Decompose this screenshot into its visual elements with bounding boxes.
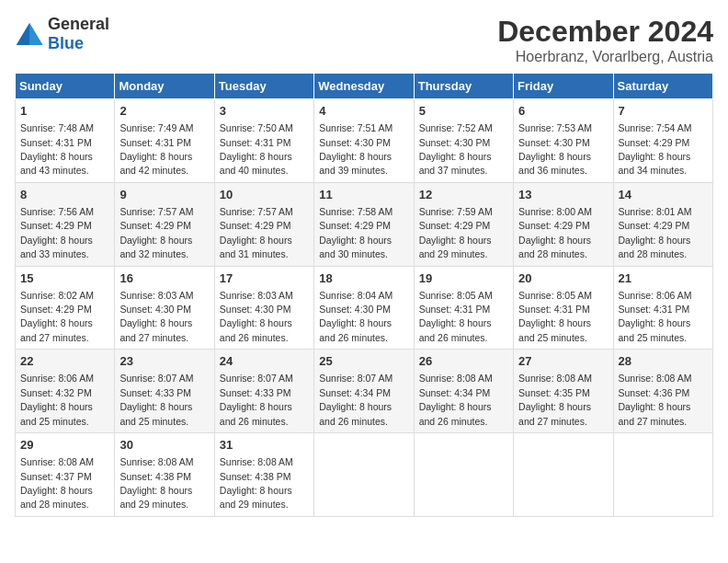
- calendar-day-header: Saturday: [613, 74, 712, 99]
- day-number: 17: [220, 270, 309, 287]
- calendar-cell: 21Sunrise: 8:06 AMSunset: 4:31 PMDayligh…: [613, 266, 712, 350]
- logo-blue-text: Blue: [48, 34, 84, 52]
- day-number: 4: [319, 103, 408, 120]
- calendar-week-row: 1Sunrise: 7:48 AMSunset: 4:31 PMDaylight…: [16, 99, 713, 183]
- day-detail: Sunrise: 8:07 AMSunset: 4:33 PMDaylight:…: [119, 373, 193, 426]
- calendar-cell: 1Sunrise: 7:48 AMSunset: 4:31 PMDaylight…: [16, 99, 115, 183]
- logo-icon: [15, 21, 44, 47]
- calendar-cell: 25Sunrise: 8:07 AMSunset: 4:34 PMDayligh…: [314, 350, 414, 433]
- calendar-cell: 11Sunrise: 7:58 AMSunset: 4:29 PMDayligh…: [314, 182, 414, 266]
- calendar-cell: 2Sunrise: 7:49 AMSunset: 4:31 PMDaylight…: [115, 99, 214, 183]
- day-detail: Sunrise: 8:07 AMSunset: 4:33 PMDaylight:…: [220, 373, 293, 426]
- calendar-cell: [613, 433, 712, 517]
- day-detail: Sunrise: 7:50 AMSunset: 4:31 PMDaylight:…: [220, 122, 293, 176]
- calendar-day-header: Tuesday: [214, 74, 313, 99]
- calendar-cell: [514, 433, 613, 517]
- day-detail: Sunrise: 8:08 AMSunset: 4:35 PMDaylight:…: [518, 373, 592, 426]
- day-detail: Sunrise: 8:07 AMSunset: 4:34 PMDaylight:…: [319, 373, 392, 426]
- calendar-cell: 27Sunrise: 8:08 AMSunset: 4:35 PMDayligh…: [514, 350, 613, 433]
- day-detail: Sunrise: 7:57 AMSunset: 4:29 PMDaylight:…: [119, 206, 193, 259]
- day-number: 16: [119, 270, 209, 287]
- day-number: 9: [119, 187, 209, 203]
- day-number: 12: [419, 187, 508, 203]
- day-detail: Sunrise: 8:08 AMSunset: 4:34 PMDaylight:…: [419, 373, 493, 426]
- calendar-cell: 16Sunrise: 8:03 AMSunset: 4:30 PMDayligh…: [115, 266, 214, 350]
- calendar-cell: 5Sunrise: 7:52 AMSunset: 4:30 PMDaylight…: [414, 99, 513, 183]
- calendar-cell: 18Sunrise: 8:04 AMSunset: 4:30 PMDayligh…: [314, 266, 414, 350]
- calendar-week-row: 8Sunrise: 7:56 AMSunset: 4:29 PMDaylight…: [16, 182, 713, 266]
- day-number: 5: [419, 103, 508, 120]
- calendar-cell: 17Sunrise: 8:03 AMSunset: 4:30 PMDayligh…: [214, 266, 313, 350]
- day-detail: Sunrise: 7:56 AMSunset: 4:29 PMDaylight:…: [20, 206, 94, 259]
- day-detail: Sunrise: 8:01 AMSunset: 4:29 PMDaylight:…: [619, 206, 692, 259]
- calendar-day-header: Sunday: [16, 74, 115, 99]
- day-detail: Sunrise: 7:53 AMSunset: 4:30 PMDaylight:…: [518, 122, 592, 176]
- calendar-cell: 3Sunrise: 7:50 AMSunset: 4:31 PMDaylight…: [214, 99, 313, 183]
- day-detail: Sunrise: 8:03 AMSunset: 4:30 PMDaylight:…: [119, 290, 193, 343]
- day-detail: Sunrise: 7:52 AMSunset: 4:30 PMDaylight:…: [419, 122, 493, 176]
- day-number: 25: [319, 353, 408, 370]
- day-number: 21: [619, 270, 708, 287]
- day-number: 11: [319, 187, 408, 203]
- calendar-cell: 26Sunrise: 8:08 AMSunset: 4:34 PMDayligh…: [414, 350, 513, 433]
- day-detail: Sunrise: 8:06 AMSunset: 4:32 PMDaylight:…: [20, 373, 94, 426]
- day-detail: Sunrise: 7:59 AMSunset: 4:29 PMDaylight:…: [419, 206, 493, 259]
- calendar-cell: 13Sunrise: 8:00 AMSunset: 4:29 PMDayligh…: [514, 182, 613, 266]
- calendar-cell: 23Sunrise: 8:07 AMSunset: 4:33 PMDayligh…: [115, 350, 214, 433]
- calendar-cell: 7Sunrise: 7:54 AMSunset: 4:29 PMDaylight…: [613, 99, 712, 183]
- day-detail: Sunrise: 8:05 AMSunset: 4:31 PMDaylight:…: [419, 290, 493, 343]
- day-number: 7: [619, 103, 708, 120]
- day-number: 13: [518, 187, 608, 203]
- day-number: 31: [220, 437, 309, 454]
- calendar-cell: 20Sunrise: 8:05 AMSunset: 4:31 PMDayligh…: [514, 266, 613, 350]
- day-number: 8: [20, 187, 109, 203]
- day-number: 22: [20, 353, 109, 370]
- calendar-cell: 31Sunrise: 8:08 AMSunset: 4:38 PMDayligh…: [214, 433, 313, 517]
- day-number: 20: [518, 270, 608, 287]
- day-detail: Sunrise: 8:02 AMSunset: 4:29 PMDaylight:…: [20, 290, 94, 343]
- logo-general-text: General: [48, 15, 109, 33]
- page-header: General Blue December 2024 Hoerbranz, Vo…: [15, 15, 713, 65]
- calendar-cell: [314, 433, 414, 517]
- day-number: 23: [119, 353, 209, 370]
- day-number: 28: [619, 353, 708, 370]
- day-detail: Sunrise: 7:51 AMSunset: 4:30 PMDaylight:…: [319, 122, 392, 176]
- day-detail: Sunrise: 7:49 AMSunset: 4:31 PMDaylight:…: [119, 122, 193, 176]
- day-number: 19: [419, 270, 508, 287]
- calendar-cell: 29Sunrise: 8:08 AMSunset: 4:37 PMDayligh…: [16, 433, 115, 517]
- day-number: 6: [518, 103, 608, 120]
- day-number: 29: [20, 437, 109, 454]
- day-number: 18: [319, 270, 408, 287]
- day-detail: Sunrise: 8:08 AMSunset: 4:38 PMDaylight:…: [119, 456, 193, 510]
- calendar-header-row: SundayMondayTuesdayWednesdayThursdayFrid…: [16, 74, 713, 99]
- day-detail: Sunrise: 7:54 AMSunset: 4:29 PMDaylight:…: [619, 122, 692, 176]
- calendar-cell: 28Sunrise: 8:08 AMSunset: 4:36 PMDayligh…: [613, 350, 712, 433]
- day-detail: Sunrise: 8:03 AMSunset: 4:30 PMDaylight:…: [220, 290, 293, 343]
- calendar-cell: 22Sunrise: 8:06 AMSunset: 4:32 PMDayligh…: [16, 350, 115, 433]
- calendar-cell: 30Sunrise: 8:08 AMSunset: 4:38 PMDayligh…: [115, 433, 214, 517]
- calendar-cell: 19Sunrise: 8:05 AMSunset: 4:31 PMDayligh…: [414, 266, 513, 350]
- calendar-cell: 14Sunrise: 8:01 AMSunset: 4:29 PMDayligh…: [613, 182, 712, 266]
- day-number: 2: [119, 103, 209, 120]
- day-number: 15: [20, 270, 109, 287]
- calendar-cell: 6Sunrise: 7:53 AMSunset: 4:30 PMDaylight…: [514, 99, 613, 183]
- calendar-cell: 9Sunrise: 7:57 AMSunset: 4:29 PMDaylight…: [115, 182, 214, 266]
- calendar-week-row: 29Sunrise: 8:08 AMSunset: 4:37 PMDayligh…: [16, 433, 713, 517]
- day-number: 26: [419, 353, 508, 370]
- title-area: December 2024 Hoerbranz, Vorarlberg, Aus…: [497, 15, 713, 65]
- day-number: 30: [119, 437, 209, 454]
- day-detail: Sunrise: 8:06 AMSunset: 4:31 PMDaylight:…: [619, 290, 692, 343]
- day-detail: Sunrise: 8:00 AMSunset: 4:29 PMDaylight:…: [518, 206, 592, 259]
- svg-marker-1: [29, 23, 42, 45]
- day-detail: Sunrise: 8:04 AMSunset: 4:30 PMDaylight:…: [319, 290, 392, 343]
- day-number: 10: [220, 187, 309, 203]
- calendar-cell: [414, 433, 513, 517]
- day-detail: Sunrise: 8:05 AMSunset: 4:31 PMDaylight:…: [518, 290, 592, 343]
- day-detail: Sunrise: 8:08 AMSunset: 4:37 PMDaylight:…: [20, 456, 94, 510]
- day-number: 14: [619, 187, 708, 203]
- calendar-day-header: Friday: [514, 74, 613, 99]
- day-detail: Sunrise: 8:08 AMSunset: 4:36 PMDaylight:…: [619, 373, 692, 426]
- calendar-day-header: Thursday: [414, 74, 513, 99]
- calendar-cell: 8Sunrise: 7:56 AMSunset: 4:29 PMDaylight…: [16, 182, 115, 266]
- day-number: 24: [220, 353, 309, 370]
